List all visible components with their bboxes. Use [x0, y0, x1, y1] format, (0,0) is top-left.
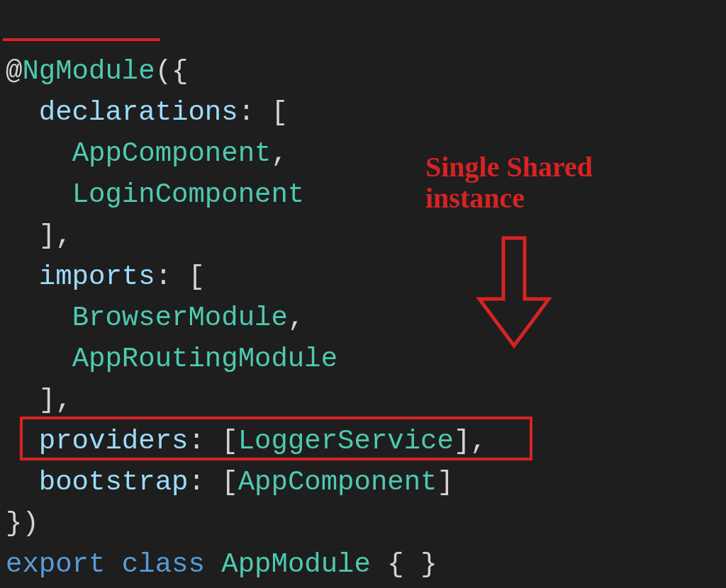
- bootstrap-item: AppComponent: [238, 467, 437, 498]
- colon-bracket-4: : [: [188, 467, 238, 498]
- close-bracket: ]: [437, 467, 454, 498]
- decl-item-1: AppComponent: [72, 138, 272, 169]
- comma-1: ,: [271, 138, 287, 169]
- providers-key: providers: [39, 426, 189, 457]
- bootstrap-key: bootstrap: [39, 467, 189, 498]
- decl-item-2: LoginComponent: [72, 179, 305, 210]
- callout-line-2: instance: [425, 183, 695, 214]
- comma-2: ,: [288, 303, 304, 334]
- imp-item-1: BrowserModule: [72, 303, 288, 334]
- empty-braces: { }: [387, 549, 437, 580]
- callout-line-1: Single Shared: [425, 152, 695, 183]
- declarations-key: declarations: [39, 97, 238, 128]
- close-bracket-comma-1: ],: [39, 220, 72, 251]
- decorator-at: @: [6, 56, 22, 87]
- callout-text: Single Shared instance: [425, 152, 695, 214]
- imports-key: imports: [39, 261, 155, 293]
- class-name: AppModule: [221, 549, 371, 580]
- decorator-name: NgModule: [22, 56, 155, 87]
- close-bracket-comma-2: ],: [39, 385, 72, 416]
- ngmodule-underline-annotation: [3, 38, 160, 41]
- open-paren-brace: ({: [155, 56, 189, 87]
- export-keyword: export: [6, 549, 105, 580]
- code-editor-view: @NgModule({ declarations: [ AppComponent…: [0, 0, 726, 585]
- provider-item: LoggerService: [238, 426, 454, 457]
- class-keyword: class: [122, 549, 205, 580]
- close-bracket-comma-3: ],: [454, 426, 487, 457]
- colon-bracket-2: : [: [155, 261, 205, 293]
- colon-bracket-3: : [: [188, 426, 238, 457]
- imp-item-2: AppRoutingModule: [72, 344, 337, 375]
- close-brace-paren: }): [6, 508, 39, 539]
- colon-bracket: : [: [238, 97, 288, 128]
- arrow-down-icon: [475, 235, 553, 349]
